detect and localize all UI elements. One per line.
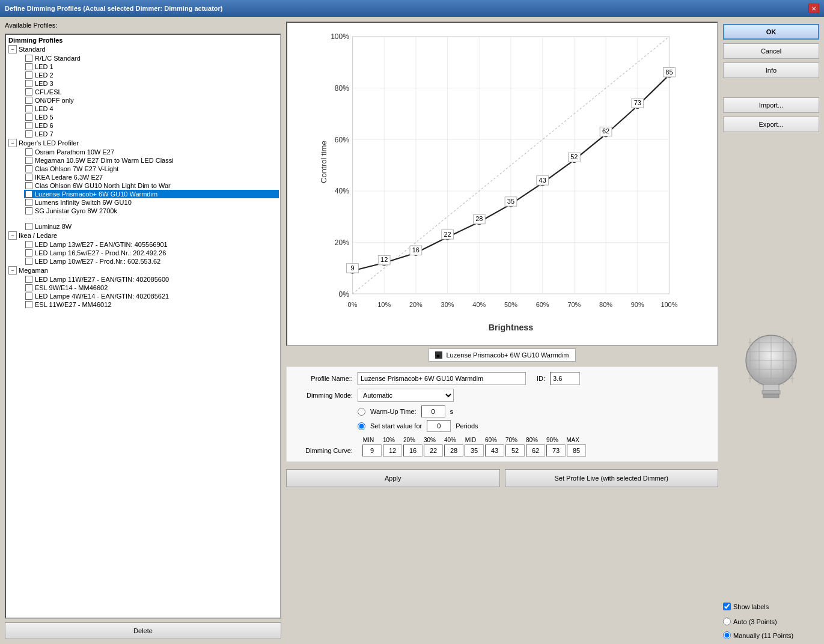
curve-value-input[interactable] [424,445,443,457]
dimming-mode-row: Dimming Mode: Automatic Manual Off [293,389,712,402]
id-input[interactable] [550,372,580,385]
tree-item[interactable]: Luzense Prismacob+ 6W GU10 Warmdim [24,190,279,198]
warmup-unit: s [450,408,454,415]
item-checkbox-icon [25,207,32,214]
dimming-curve-section: MIN10%20%30%40%MID60%70%80%90%MAX Dimmin… [293,437,712,457]
tree-group-header[interactable]: −Roger's LED Profiler [7,138,279,148]
item-label: LED 4 [35,105,53,112]
tree-item[interactable]: LED Lamp 16,5w/E27 - Prod.Nr.: 202.492.2… [24,249,279,257]
curve-value-input[interactable] [546,445,566,457]
svg-text:60%: 60% [335,136,349,144]
set-start-radio[interactable] [358,422,365,430]
item-label: Osram Parathom 10W E27 [35,148,114,156]
title-bar: Define Dimming Profiles (Actual selected… [0,0,824,17]
profile-name-input[interactable] [358,372,526,385]
curve-headers: MIN10%20%30%40%MID60%70%80%90%MAX [359,437,582,443]
tree-item[interactable]: LED 2 [24,71,279,79]
tree-item[interactable]: LED 4 [24,105,279,113]
curve-header-cell: 20% [400,437,419,443]
tree-item[interactable]: LED Lamp 10w/E27 - Prod.Nr.: 602.553.62 [24,257,279,266]
group-label: Roger's LED Profiler [19,139,79,147]
set-start-value-input[interactable] [427,420,451,432]
curve-header-row: MIN10%20%30%40%MID60%70%80%90%MAX [293,437,712,443]
export-button[interactable]: Export... [723,117,819,132]
tree-item[interactable]: LED 5 [24,113,279,121]
tree-item[interactable]: R/L/C Standard [24,54,279,62]
light-image-area [723,136,819,597]
tree-item[interactable]: ESL 9W/E14 - MM46602 [24,284,279,292]
chart-area: 100% 80% 60% 40% 20% 0% 0% 10% 20% 30% 4… [286,22,718,346]
item-label: LED 3 [35,80,53,87]
tree-item[interactable]: LED 3 [24,79,279,88]
svg-text:80%: 80% [599,301,612,308]
curve-value-input[interactable] [444,445,463,457]
tree-group-header[interactable]: −Ikea / Ledare [7,231,279,240]
cancel-button[interactable]: Cancel [723,43,819,59]
curve-value-input[interactable] [362,445,382,457]
tree-item[interactable]: Megaman 10.5W E27 Dim to Warm LED Classi [24,156,279,165]
curve-value-input[interactable] [485,445,504,457]
svg-rect-83 [762,390,780,394]
item-label: Clas Ohlson 7W E27 V-Light [35,165,118,172]
svg-text:52: 52 [570,153,578,160]
svg-text:85: 85 [665,68,673,76]
show-labels-checkbox[interactable] [723,603,731,610]
tree-item[interactable]: LED Lamp 13w/E27 - EAN/GTIN: 405566901 [24,240,279,249]
tree-item[interactable]: LED 6 [24,121,279,130]
set-profile-live-button[interactable]: Set Profile Live (with selected Dimmer) [505,469,719,487]
dimming-mode-select[interactable]: Automatic Manual Off [358,389,454,402]
tree-item[interactable]: LED 7 [24,130,279,138]
curve-value-input[interactable] [505,445,525,457]
tree-group-header[interactable]: −Megaman [7,266,279,275]
apply-button[interactable]: Apply [286,469,500,487]
curve-value-input[interactable] [403,445,423,457]
curve-value-input[interactable] [567,445,586,457]
item-checkbox-icon [25,55,32,62]
tree-item[interactable]: IKEA Ledare 6.3W E27 [24,173,279,181]
warmup-label: Warm-Up Time: [370,408,417,415]
tree-item[interactable]: Osram Parathom 10W E27 [24,148,279,156]
import-button[interactable]: Import... [723,97,819,113]
tree-item[interactable]: Luminuz 8W [24,222,279,231]
item-label: IKEA Ledare 6.3W E27 [35,174,103,181]
curve-value-input[interactable] [526,445,545,457]
curve-value-input[interactable] [383,445,402,457]
show-labels-row: Show labels [723,603,819,610]
curve-value-input[interactable] [465,445,484,457]
tree-item[interactable]: LED Lampe 4W/E14 - EAN/GTIN: 402085621 [24,292,279,300]
delete-button[interactable]: Delete [5,622,281,639]
tree-item[interactable]: CFL/ESL [24,88,279,96]
svg-text:35: 35 [507,198,514,205]
profiles-tree[interactable]: Dimming Profiles −StandardR/L/C Standard… [5,34,281,619]
tree-item[interactable]: Lumens Infinity Switch 6W GU10 [24,198,279,207]
tree-item[interactable]: Clas Ohlson 6W GU10 North Light Dim to W… [24,181,279,190]
item-label: ESL 11W/E27 - MM46012 [35,301,111,308]
tree-item[interactable]: SG Junistar Gyro 8W 2700k [24,207,279,215]
item-label: LED 1 [35,63,53,70]
warmup-value-input[interactable] [421,406,445,418]
profile-name-label: Profile Name:: [293,375,353,382]
bottom-buttons: Apply Set Profile Live (with selected Di… [286,469,718,487]
tree-item[interactable]: LED Lamp 11W/E27 - EAN/GTIN: 402085600 [24,275,279,284]
svg-text:100%: 100% [661,301,677,308]
tree-item[interactable]: ON/OFF only [24,96,279,105]
item-checkbox-icon [25,114,32,121]
item-checkbox-icon [25,80,32,87]
item-label: ON/OFF only [35,97,74,104]
item-checkbox-icon [25,174,32,181]
curve-header-cell: MID [461,437,480,443]
warmup-radio[interactable] [358,408,365,416]
tree-item[interactable]: LED 1 [24,62,279,71]
tree-item[interactable]: ESL 11W/E27 - MM46012 [24,300,279,309]
ok-button[interactable]: OK [723,24,819,40]
manually-11-points-radio[interactable] [723,631,731,639]
curve-header-cell: 60% [481,437,501,443]
curve-values [362,445,586,457]
info-button[interactable]: Info [723,62,819,78]
chart-legend: ● Luzense Prismacob+ 6W GU10 Warmdim [286,348,718,362]
close-button[interactable]: ✕ [808,4,819,13]
svg-text:9: 9 [350,264,354,272]
tree-item[interactable]: Clas Ohlson 7W E27 V-Light [24,165,279,173]
auto-3-points-radio[interactable] [723,618,731,625]
tree-group-header[interactable]: −Standard [7,44,279,54]
